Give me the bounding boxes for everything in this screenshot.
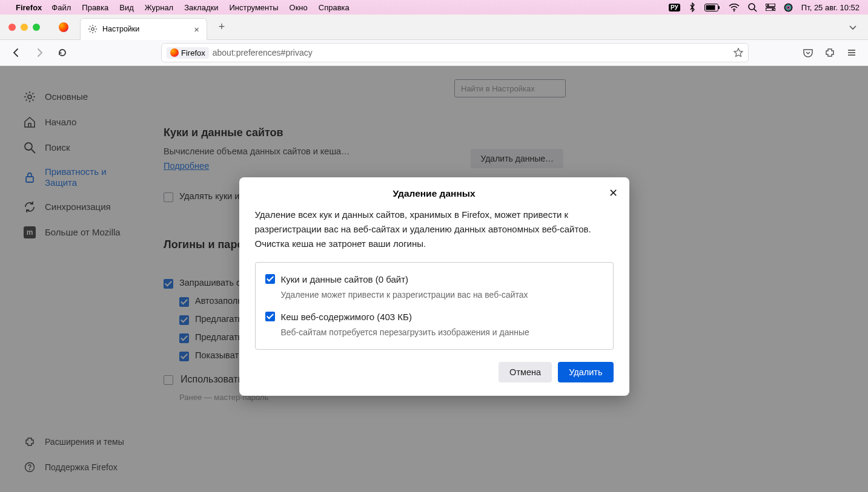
menu-file[interactable]: Файл bbox=[51, 3, 71, 12]
search-icon[interactable] bbox=[748, 3, 757, 12]
menu-edit[interactable]: Правка bbox=[82, 3, 108, 12]
svg-rect-2 bbox=[718, 6, 720, 9]
battery-icon[interactable] bbox=[704, 4, 720, 11]
dialog-title: Удаление данных bbox=[393, 188, 475, 199]
svg-point-10 bbox=[784, 3, 792, 11]
urlbar-text: about:preferences#privacy bbox=[213, 48, 313, 57]
svg-point-3 bbox=[734, 10, 735, 11]
wifi-icon[interactable] bbox=[729, 4, 740, 11]
siri-icon[interactable] bbox=[784, 3, 793, 12]
browser-titlebar: Настройки × + bbox=[0, 15, 868, 40]
menu-help[interactable]: Справка bbox=[319, 3, 350, 12]
dialog-cache-label: Кеш веб-содержимого (403 КБ) bbox=[281, 310, 529, 324]
url-bar[interactable]: Firefox about:preferences#privacy bbox=[161, 43, 749, 62]
dialog-cache-sublabel: Веб-сайтам потребуется перезагрузить изо… bbox=[281, 326, 529, 339]
window-zoom[interactable] bbox=[33, 24, 40, 31]
macos-menubar: Firefox Файл Правка Вид Журнал Закладки … bbox=[0, 0, 868, 15]
reload-button[interactable] bbox=[53, 44, 71, 62]
menu-view[interactable]: Вид bbox=[119, 3, 134, 12]
bookmark-star-icon[interactable] bbox=[734, 48, 743, 57]
control-center-icon[interactable] bbox=[766, 4, 775, 11]
window-minimize[interactable] bbox=[21, 24, 28, 31]
back-button[interactable] bbox=[7, 44, 25, 62]
gear-icon bbox=[88, 24, 98, 34]
pocket-icon[interactable] bbox=[799, 44, 817, 62]
svg-point-13 bbox=[91, 28, 94, 31]
urlbar-identity[interactable]: Firefox bbox=[167, 47, 209, 59]
firefox-pinned-icon[interactable] bbox=[58, 22, 69, 33]
menubar-app-name[interactable]: Firefox bbox=[16, 3, 42, 12]
menu-bookmarks[interactable]: Закладки bbox=[184, 3, 218, 12]
dialog-close-icon[interactable]: ✕ bbox=[606, 186, 621, 200]
bluetooth-icon[interactable] bbox=[689, 2, 696, 12]
dialog-confirm-button[interactable]: Удалить bbox=[558, 362, 613, 382]
window-controls bbox=[8, 24, 40, 31]
lang-indicator[interactable]: РУ bbox=[669, 4, 680, 11]
svg-point-7 bbox=[767, 4, 769, 6]
svg-point-4 bbox=[749, 4, 755, 10]
dialog-cookies-sublabel: Удаление может привести к разрегистрации… bbox=[281, 288, 528, 301]
clear-data-dialog: Удаление данных ✕ Удаление всех кук и да… bbox=[239, 177, 629, 396]
modal-overlay: Удаление данных ✕ Удаление всех кук и да… bbox=[0, 66, 868, 492]
svg-point-9 bbox=[772, 8, 774, 10]
window-close[interactable] bbox=[8, 24, 16, 31]
tabs-dropdown-icon[interactable] bbox=[849, 23, 857, 31]
menu-tools[interactable]: Инструменты bbox=[229, 3, 278, 12]
dialog-description: Удаление всех кук и данных сайтов, храни… bbox=[255, 208, 614, 251]
dialog-cache-checkbox[interactable] bbox=[265, 312, 275, 321]
new-tab-button[interactable]: + bbox=[213, 19, 230, 36]
extensions-icon[interactable] bbox=[821, 44, 839, 62]
hamburger-menu-icon[interactable] bbox=[843, 44, 861, 62]
svg-rect-1 bbox=[706, 5, 715, 10]
menubar-datetime[interactable]: Пт, 25 авг. 10:52 bbox=[801, 3, 860, 12]
dialog-cookies-label: Куки и данные сайтов (0 байт) bbox=[281, 272, 528, 287]
dialog-cancel-button[interactable]: Отмена bbox=[499, 362, 552, 382]
forward-button bbox=[30, 44, 48, 62]
menu-window[interactable]: Окно bbox=[290, 3, 308, 12]
browser-tab[interactable]: Настройки × bbox=[80, 18, 207, 40]
tab-close-icon[interactable]: × bbox=[194, 24, 199, 34]
dialog-cookies-checkbox[interactable] bbox=[265, 274, 275, 284]
menu-history[interactable]: Журнал bbox=[145, 3, 173, 12]
tab-title: Настройки bbox=[102, 25, 189, 33]
browser-toolbar: Firefox about:preferences#privacy bbox=[0, 40, 868, 66]
svg-line-5 bbox=[754, 9, 757, 11]
